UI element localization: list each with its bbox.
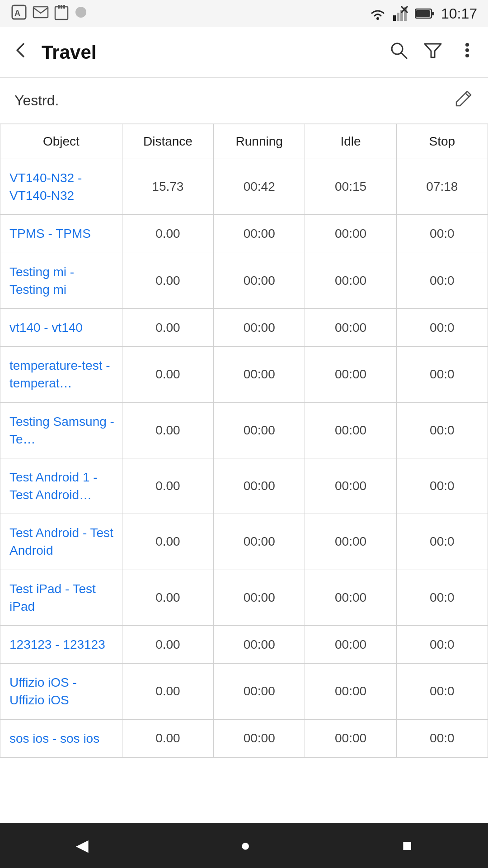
signal-icon [392, 5, 408, 22]
nav-home-button[interactable]: ● [222, 831, 268, 859]
circle-icon [74, 5, 88, 22]
gmail-icon [33, 4, 49, 24]
svg-point-7 [75, 7, 86, 18]
date-row: Yestrd. [0, 78, 488, 124]
table-row[interactable]: vt140 - vt1400.0000:0000:0000:0 [0, 308, 488, 346]
cell-distance: 15.73 [122, 159, 213, 215]
cell-stop: 00:0 [396, 402, 488, 458]
battery-icon [415, 7, 435, 20]
cell-running: 00:00 [214, 664, 305, 719]
table-row[interactable]: Testing mi - Testing mi0.0000:0000:0000:… [0, 253, 488, 308]
cell-stop: 00:0 [396, 347, 488, 402]
cell-object[interactable]: sos ios - sos ios [0, 719, 122, 757]
cell-running: 00:00 [214, 402, 305, 458]
edit-button[interactable] [454, 89, 474, 113]
cell-object[interactable]: TPMS - TPMS [0, 215, 122, 253]
date-label: Yestrd. [14, 92, 59, 109]
table-row[interactable]: Testing Samsung - Te…0.0000:0000:0000:0 [0, 402, 488, 458]
svg-point-23 [465, 54, 469, 57]
app-bar: Travel [0, 27, 488, 78]
cell-running: 00:42 [214, 159, 305, 215]
svg-rect-9 [393, 15, 396, 21]
table-row[interactable]: Test iPad - Test iPad0.0000:0000:0000:0 [0, 570, 488, 625]
cell-idle: 00:00 [305, 308, 396, 346]
app-bar-actions [389, 40, 477, 64]
table-row[interactable]: Test Android 1 - Test Android…0.0000:000… [0, 458, 488, 514]
search-button[interactable] [389, 40, 408, 64]
svg-point-8 [376, 17, 379, 20]
svg-line-19 [401, 53, 407, 58]
table-row[interactable]: temperature-test - temperat…0.0000:0000:… [0, 347, 488, 402]
cell-object[interactable]: VT140-N32 - VT140-N32 [0, 159, 122, 215]
back-button[interactable] [11, 40, 31, 64]
svg-text:A: A [14, 9, 20, 18]
filter-button[interactable] [423, 40, 443, 64]
cell-object[interactable]: Uffizio iOS - Uffizio iOS [0, 664, 122, 719]
cell-stop: 00:0 [396, 215, 488, 253]
table-row[interactable]: VT140-N32 - VT140-N3215.7300:4200:1507:1… [0, 159, 488, 215]
svg-rect-10 [397, 13, 399, 21]
cell-running: 00:00 [214, 253, 305, 308]
nav-back-button[interactable]: ◀ [58, 831, 107, 859]
table-header-row: Object Distance Running Idle Stop [0, 124, 488, 159]
cell-running: 00:00 [214, 215, 305, 253]
more-options-button[interactable] [457, 40, 477, 64]
page-title: Travel [42, 42, 389, 63]
col-header-stop: Stop [396, 124, 488, 159]
cell-object[interactable]: Testing Samsung - Te… [0, 402, 122, 458]
svg-rect-16 [432, 12, 434, 15]
table-row[interactable]: sos ios - sos ios0.0000:0000:0000:0 [0, 719, 488, 757]
table-row[interactable]: Test Android - Test Android0.0000:0000:0… [0, 514, 488, 570]
cell-idle: 00:00 [305, 402, 396, 458]
cell-idle: 00:00 [305, 719, 396, 757]
svg-rect-4 [58, 5, 60, 9]
svg-line-24 [465, 93, 469, 97]
svg-rect-3 [55, 7, 68, 19]
sd-icon [54, 4, 69, 24]
table-row[interactable]: Uffizio iOS - Uffizio iOS0.0000:0000:000… [0, 664, 488, 719]
cell-stop: 00:0 [396, 719, 488, 757]
svg-point-21 [465, 43, 469, 47]
cell-stop: 07:18 [396, 159, 488, 215]
cell-running: 00:00 [214, 626, 305, 664]
cell-distance: 0.00 [122, 253, 213, 308]
cell-distance: 0.00 [122, 347, 213, 402]
svg-rect-5 [61, 5, 62, 9]
cell-object[interactable]: 123123 - 123123 [0, 626, 122, 664]
table-row[interactable]: 123123 - 1231230.0000:0000:0000:0 [0, 626, 488, 664]
cell-distance: 0.00 [122, 402, 213, 458]
svg-marker-20 [425, 44, 441, 57]
svg-rect-6 [63, 5, 65, 9]
cell-stop: 00:0 [396, 308, 488, 346]
data-table: Object Distance Running Idle Stop VT140-… [0, 124, 488, 758]
col-header-distance: Distance [122, 124, 213, 159]
cell-running: 00:00 [214, 308, 305, 346]
cell-running: 00:00 [214, 570, 305, 625]
text-icon: A [11, 4, 27, 24]
cell-distance: 0.00 [122, 719, 213, 757]
navigation-bar: ◀ ● ■ [0, 823, 488, 868]
svg-point-22 [465, 48, 469, 52]
cell-distance: 0.00 [122, 215, 213, 253]
cell-stop: 00:0 [396, 570, 488, 625]
cell-stop: 00:0 [396, 514, 488, 570]
cell-idle: 00:00 [305, 215, 396, 253]
cell-idle: 00:00 [305, 253, 396, 308]
cell-object[interactable]: Test iPad - Test iPad [0, 570, 122, 625]
table-row[interactable]: TPMS - TPMS0.0000:0000:0000:0 [0, 215, 488, 253]
cell-object[interactable]: Test Android - Test Android [0, 514, 122, 570]
cell-distance: 0.00 [122, 514, 213, 570]
cell-stop: 00:0 [396, 458, 488, 514]
cell-object[interactable]: vt140 - vt140 [0, 308, 122, 346]
cell-object[interactable]: Testing mi - Testing mi [0, 253, 122, 308]
cell-distance: 0.00 [122, 308, 213, 346]
cell-stop: 00:0 [396, 253, 488, 308]
nav-recents-button[interactable]: ■ [384, 831, 430, 859]
cell-distance: 0.00 [122, 458, 213, 514]
svg-rect-17 [416, 10, 430, 17]
cell-object[interactable]: Test Android 1 - Test Android… [0, 458, 122, 514]
cell-running: 00:00 [214, 719, 305, 757]
cell-object[interactable]: temperature-test - temperat… [0, 347, 122, 402]
cell-idle: 00:00 [305, 514, 396, 570]
cell-running: 00:00 [214, 347, 305, 402]
